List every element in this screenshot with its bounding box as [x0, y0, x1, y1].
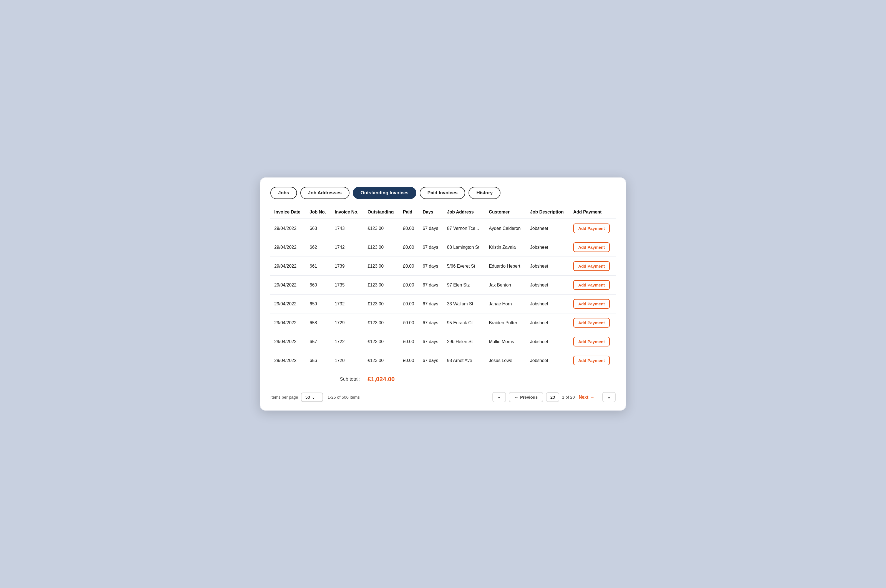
cell-add-payment: Add Payment — [569, 351, 616, 370]
cell-outstanding: £123.00 — [364, 257, 399, 276]
tab-paid-invoices[interactable]: Paid Invoices — [420, 187, 465, 199]
col-header-customer: Customer — [485, 207, 526, 219]
cell-invoice-date: 29/04/2022 — [270, 276, 306, 294]
cell-add-payment: Add Payment — [569, 238, 616, 257]
cell-invoice-date: 29/04/2022 — [270, 294, 306, 314]
cell-add-payment: Add Payment — [569, 332, 616, 351]
cell-days: 67 days — [419, 314, 443, 332]
cell-job-description: Jobsheet — [526, 276, 569, 294]
cell-invoice-date: 29/04/2022 — [270, 238, 306, 257]
cell-job-address: 87 Vernon Tce... — [443, 219, 485, 238]
cell-paid: £0.00 — [399, 314, 419, 332]
previous-page-button[interactable]: ← Previous — [509, 392, 543, 402]
cell-customer: Ayden Calderon — [485, 219, 526, 238]
add-payment-button[interactable]: Add Payment — [573, 337, 610, 346]
tab-jobs[interactable]: Jobs — [270, 187, 297, 199]
col-header-invoice-no: Invoice No. — [331, 207, 364, 219]
cell-job-no: 659 — [306, 294, 331, 314]
table-row: 29/04/2022 659 1732 £123.00 £0.00 67 day… — [270, 294, 616, 314]
cell-job-address: 95 Eurack Ct — [443, 314, 485, 332]
cell-invoice-date: 29/04/2022 — [270, 314, 306, 332]
cell-invoice-no: 1742 — [331, 238, 364, 257]
table-row: 29/04/2022 663 1743 £123.00 £0.00 67 day… — [270, 219, 616, 238]
cell-invoice-date: 29/04/2022 — [270, 332, 306, 351]
cell-invoice-no: 1720 — [331, 351, 364, 370]
cell-job-description: Jobsheet — [526, 238, 569, 257]
cell-add-payment: Add Payment — [569, 219, 616, 238]
tabs-bar: Jobs Job Addresses Outstanding Invoices … — [270, 187, 616, 199]
cell-add-payment: Add Payment — [569, 276, 616, 294]
items-range-text: 1-25 of 500 items — [328, 395, 360, 399]
cell-job-address: 97 Elen Stz — [443, 276, 485, 294]
cell-job-address: 29b Helen St — [443, 332, 485, 351]
cell-job-description: Jobsheet — [526, 332, 569, 351]
tab-job-addresses[interactable]: Job Addresses — [300, 187, 349, 199]
cell-days: 67 days — [419, 219, 443, 238]
first-page-button[interactable]: « — [492, 392, 506, 402]
page-number-input[interactable] — [546, 392, 559, 402]
next-page-button[interactable]: Next → — [578, 393, 600, 402]
last-page-button[interactable]: » — [602, 392, 616, 402]
cell-customer: Mollie Morris — [485, 332, 526, 351]
col-header-invoice-date: Invoice Date — [270, 207, 306, 219]
col-header-outstanding: Outstanding — [364, 207, 399, 219]
cell-add-payment: Add Payment — [569, 314, 616, 332]
first-icon: « — [498, 395, 500, 399]
next-arrow-icon: → — [590, 395, 595, 400]
invoice-table-wrap: Invoice Date Job No. Invoice No. Outstan… — [270, 207, 616, 386]
cell-outstanding: £123.00 — [364, 332, 399, 351]
cell-job-no: 658 — [306, 314, 331, 332]
cell-paid: £0.00 — [399, 294, 419, 314]
cell-days: 67 days — [419, 351, 443, 370]
cell-outstanding: £123.00 — [364, 351, 399, 370]
col-header-job-address: Job Address — [443, 207, 485, 219]
cell-days: 67 days — [419, 238, 443, 257]
cell-job-no: 660 — [306, 276, 331, 294]
cell-customer: Jax Benton — [485, 276, 526, 294]
add-payment-button[interactable]: Add Payment — [573, 299, 610, 309]
cell-customer: Jesus Lowe — [485, 351, 526, 370]
tab-outstanding-invoices[interactable]: Outstanding Invoices — [353, 187, 416, 199]
col-header-days: Days — [419, 207, 443, 219]
cell-job-address: 88 Lamington St — [443, 238, 485, 257]
cell-outstanding: £123.00 — [364, 294, 399, 314]
cell-job-no: 661 — [306, 257, 331, 276]
items-per-page-value: 50 — [305, 395, 310, 399]
cell-add-payment: Add Payment — [569, 294, 616, 314]
cell-invoice-no: 1729 — [331, 314, 364, 332]
col-header-paid: Paid — [399, 207, 419, 219]
cell-job-address: 98 Arnet Ave — [443, 351, 485, 370]
tab-history[interactable]: History — [469, 187, 501, 199]
page-of-text: 1 of 20 — [562, 395, 575, 399]
cell-invoice-date: 29/04/2022 — [270, 257, 306, 276]
add-payment-button[interactable]: Add Payment — [573, 224, 610, 233]
add-payment-button[interactable]: Add Payment — [573, 356, 610, 365]
cell-paid: £0.00 — [399, 276, 419, 294]
cell-customer: Braiden Potter — [485, 314, 526, 332]
table-row: 29/04/2022 657 1722 £123.00 £0.00 67 day… — [270, 332, 616, 351]
invoice-table: Invoice Date Job No. Invoice No. Outstan… — [270, 207, 616, 386]
cell-add-payment: Add Payment — [569, 257, 616, 276]
cell-days: 67 days — [419, 276, 443, 294]
main-card: Jobs Job Addresses Outstanding Invoices … — [260, 177, 626, 411]
cell-job-description: Jobsheet — [526, 219, 569, 238]
add-payment-button[interactable]: Add Payment — [573, 280, 610, 290]
items-per-page-label: Items per page — [270, 395, 298, 399]
cell-job-description: Jobsheet — [526, 257, 569, 276]
cell-paid: £0.00 — [399, 219, 419, 238]
cell-job-no: 657 — [306, 332, 331, 351]
cell-outstanding: £123.00 — [364, 219, 399, 238]
cell-outstanding: £123.00 — [364, 276, 399, 294]
add-payment-button[interactable]: Add Payment — [573, 261, 610, 271]
prev-label: Previous — [520, 395, 538, 399]
add-payment-button[interactable]: Add Payment — [573, 318, 610, 328]
cell-invoice-date: 29/04/2022 — [270, 219, 306, 238]
add-payment-button[interactable]: Add Payment — [573, 242, 610, 252]
cell-customer: Kristin Zavala — [485, 238, 526, 257]
items-per-page-select[interactable]: 50 ⌄ — [301, 393, 323, 402]
col-header-job-no: Job No. — [306, 207, 331, 219]
col-header-job-description: Job Description — [526, 207, 569, 219]
table-row: 29/04/2022 661 1739 £123.00 £0.00 67 day… — [270, 257, 616, 276]
cell-days: 67 days — [419, 294, 443, 314]
cell-days: 67 days — [419, 257, 443, 276]
